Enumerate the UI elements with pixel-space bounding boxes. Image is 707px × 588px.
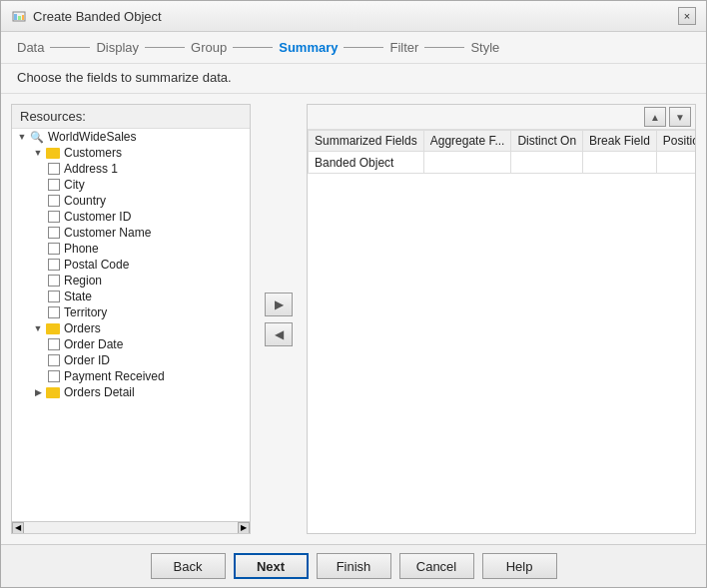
remove-field-button[interactable]: ◀ bbox=[265, 322, 293, 346]
table-row[interactable]: Banded Object bbox=[309, 152, 696, 174]
main-content: Resources: ▼ 🔍 WorldWideSales ▼ Customer… bbox=[1, 94, 706, 544]
middle-buttons: ▶ ◀ bbox=[261, 104, 297, 534]
tree-item-customername[interactable]: Customer Name bbox=[12, 225, 250, 241]
cell-aggregate-f bbox=[423, 152, 511, 174]
right-panel-header: ▲ ▼ bbox=[308, 105, 695, 130]
scroll-track[interactable] bbox=[24, 523, 238, 533]
svg-rect-1 bbox=[14, 14, 17, 20]
tree-item-ordersdetail[interactable]: ▶ Orders Detail bbox=[12, 384, 250, 400]
help-button[interactable]: Help bbox=[482, 553, 557, 579]
checkbox-customername[interactable] bbox=[48, 227, 60, 239]
checkbox-orderid[interactable] bbox=[48, 354, 60, 366]
tree-item-worldwidesales[interactable]: ▼ 🔍 WorldWideSales bbox=[12, 129, 250, 145]
folder-icon-ordersdetail bbox=[46, 387, 60, 398]
tree-item-territory[interactable]: Territory bbox=[12, 304, 250, 320]
step-display[interactable]: Display bbox=[96, 40, 139, 55]
arrow-worldwidesales: ▼ bbox=[16, 131, 28, 143]
title-bar: Create Banded Object × bbox=[1, 1, 706, 32]
cancel-button[interactable]: Cancel bbox=[399, 553, 474, 579]
checkbox-customerid[interactable] bbox=[48, 211, 60, 223]
resources-label: Resources: bbox=[12, 105, 250, 129]
checkbox-territory[interactable] bbox=[48, 306, 60, 318]
steps-bar: Data Display Group Summary Filter Style bbox=[1, 32, 706, 64]
move-up-button[interactable]: ▲ bbox=[644, 107, 666, 127]
finish-button[interactable]: Finish bbox=[317, 553, 391, 579]
tree-item-city[interactable]: City bbox=[12, 177, 250, 193]
checkbox-city[interactable] bbox=[48, 179, 60, 191]
checkbox-region[interactable] bbox=[48, 275, 60, 287]
close-button[interactable]: × bbox=[678, 7, 696, 25]
checkbox-postalcode[interactable] bbox=[48, 259, 60, 271]
step-filter[interactable]: Filter bbox=[389, 40, 418, 55]
checkbox-country[interactable] bbox=[48, 195, 60, 207]
svg-rect-3 bbox=[22, 15, 24, 20]
step-summary[interactable]: Summary bbox=[279, 40, 338, 55]
tree-item-postalcode[interactable]: Postal Code bbox=[12, 257, 250, 273]
col-aggregate-f: Aggregate F... bbox=[423, 131, 511, 152]
tree-item-customerid[interactable]: Customer ID bbox=[12, 209, 250, 225]
step-style[interactable]: Style bbox=[470, 40, 499, 55]
checkbox-paymentreceived[interactable] bbox=[48, 370, 60, 382]
arrow-orders: ▼ bbox=[32, 322, 44, 334]
tree-item-customers[interactable]: ▼ Customers bbox=[12, 145, 250, 161]
search-icon: 🔍 bbox=[30, 130, 44, 144]
checkbox-address1[interactable] bbox=[48, 163, 60, 175]
cell-position bbox=[656, 152, 695, 174]
dialog-title: Create Banded Object bbox=[33, 9, 162, 24]
cell-break-field bbox=[583, 152, 657, 174]
arrow-customers: ▼ bbox=[32, 147, 44, 159]
step-divider-3 bbox=[233, 47, 273, 48]
col-distinct-on: Distinct On bbox=[511, 131, 583, 152]
title-bar-left: Create Banded Object bbox=[11, 8, 162, 24]
left-panel: Resources: ▼ 🔍 WorldWideSales ▼ Customer… bbox=[11, 104, 251, 534]
scroll-right-btn[interactable]: ▶ bbox=[238, 522, 250, 534]
move-down-button[interactable]: ▼ bbox=[669, 107, 691, 127]
tree-item-phone[interactable]: Phone bbox=[12, 241, 250, 257]
step-divider-4 bbox=[344, 47, 383, 48]
tree-item-orders[interactable]: ▼ Orders bbox=[12, 320, 250, 336]
tree-item-state[interactable]: State bbox=[12, 289, 250, 304]
right-panel: ▲ ▼ Summarized Fields Aggregate F... Dis… bbox=[307, 104, 696, 534]
create-banded-object-dialog: Create Banded Object × Data Display Grou… bbox=[0, 0, 707, 588]
step-divider-1 bbox=[50, 47, 90, 48]
horizontal-scrollbar[interactable]: ◀ ▶ bbox=[12, 521, 250, 533]
description-text: Choose the fields to summarize data. bbox=[1, 64, 706, 94]
checkbox-orderdate[interactable] bbox=[48, 338, 60, 350]
add-field-button[interactable]: ▶ bbox=[265, 293, 293, 316]
tree-item-paymentreceived[interactable]: Payment Received bbox=[12, 368, 250, 384]
table-container[interactable]: Summarized Fields Aggregate F... Distinc… bbox=[308, 130, 695, 533]
arrow-ordersdetail: ▶ bbox=[32, 386, 44, 398]
cell-distinct-on bbox=[511, 152, 583, 174]
checkbox-state[interactable] bbox=[48, 291, 60, 302]
summary-table: Summarized Fields Aggregate F... Distinc… bbox=[308, 130, 695, 174]
checkbox-phone[interactable] bbox=[48, 243, 60, 255]
next-button[interactable]: Next bbox=[234, 553, 309, 579]
step-divider-2 bbox=[145, 47, 185, 48]
step-group[interactable]: Group bbox=[191, 40, 227, 55]
step-data[interactable]: Data bbox=[17, 40, 44, 55]
svg-rect-2 bbox=[18, 16, 21, 20]
tree-item-orderdate[interactable]: Order Date bbox=[12, 336, 250, 352]
scroll-left-btn[interactable]: ◀ bbox=[12, 522, 24, 534]
folder-icon-orders bbox=[46, 323, 60, 334]
col-position: Position bbox=[656, 131, 695, 152]
col-break-field: Break Field bbox=[583, 131, 657, 152]
tree-item-orderid[interactable]: Order ID bbox=[12, 352, 250, 368]
folder-icon-customers bbox=[46, 148, 60, 159]
dialog-icon bbox=[11, 8, 27, 24]
tree-item-address1[interactable]: Address 1 bbox=[12, 161, 250, 177]
tree-item-country[interactable]: Country bbox=[12, 193, 250, 209]
tree-item-region[interactable]: Region bbox=[12, 273, 250, 289]
back-button[interactable]: Back bbox=[151, 553, 226, 579]
footer: Back Next Finish Cancel Help bbox=[1, 544, 706, 587]
step-divider-5 bbox=[424, 47, 464, 48]
tree-container[interactable]: ▼ 🔍 WorldWideSales ▼ Customers Address 1 bbox=[12, 129, 250, 521]
col-summarized-fields: Summarized Fields bbox=[309, 131, 424, 152]
cell-summarized-fields: Banded Object bbox=[309, 152, 424, 174]
